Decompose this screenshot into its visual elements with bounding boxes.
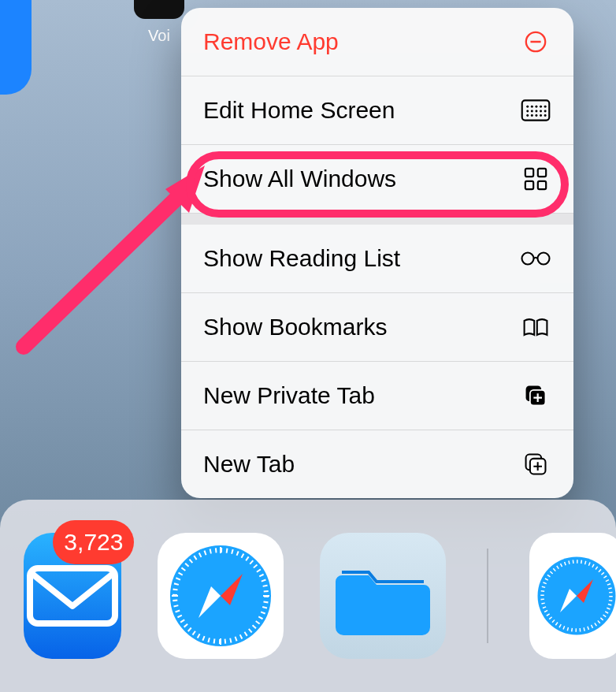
- svg-rect-34: [30, 568, 115, 623]
- glasses-icon: [520, 246, 551, 271]
- mail-badge: 3,723: [53, 520, 134, 564]
- dock-app-safari[interactable]: [158, 533, 284, 659]
- svg-point-13: [526, 114, 529, 117]
- menu-remove-app[interactable]: Remove App: [181, 8, 573, 76]
- dock: 3,723: [0, 500, 616, 692]
- safari-context-menu: Remove App Edit Home Screen Show All Win…: [181, 8, 573, 498]
- svg-rect-21: [538, 181, 546, 189]
- svg-rect-19: [538, 169, 546, 177]
- menu-show-bookmarks-label: Show Bookmarks: [203, 314, 387, 340]
- svg-point-6: [540, 106, 542, 108]
- grid-keyboard-icon: [520, 98, 551, 123]
- svg-point-9: [531, 110, 533, 112]
- menu-new-tab[interactable]: New Tab: [181, 430, 573, 498]
- dock-recent-safari[interactable]: [529, 533, 616, 659]
- safari-icon: [158, 533, 284, 659]
- svg-point-23: [538, 253, 550, 265]
- remove-icon: [520, 29, 551, 54]
- menu-new-private-tab-label: New Private Tab: [203, 382, 375, 409]
- book-icon: [520, 314, 551, 340]
- svg-rect-20: [525, 181, 533, 189]
- dock-app-mail[interactable]: 3,723: [24, 533, 121, 659]
- voice-memos-label: Voi: [134, 27, 184, 45]
- plus-on-squares-outline-icon: [520, 452, 551, 477]
- menu-section-separator: [181, 214, 573, 225]
- svg-point-16: [540, 114, 542, 117]
- svg-point-14: [531, 114, 533, 117]
- dock-app-files[interactable]: [320, 533, 446, 659]
- voice-memos-app[interactable]: Voi: [134, 0, 184, 45]
- svg-point-3: [526, 106, 529, 108]
- dock-separator: [487, 549, 488, 643]
- svg-point-8: [526, 110, 529, 112]
- files-icon: [320, 533, 446, 659]
- menu-edit-home-label: Edit Home Screen: [203, 97, 395, 124]
- svg-point-15: [535, 114, 537, 117]
- menu-new-private-tab[interactable]: New Private Tab: [181, 362, 573, 430]
- svg-point-12: [544, 110, 547, 112]
- voice-memos-icon: [134, 0, 184, 19]
- svg-point-4: [531, 106, 533, 108]
- windows-grid-icon: [520, 166, 551, 192]
- menu-new-tab-label: New Tab: [203, 451, 295, 478]
- svg-point-7: [544, 106, 547, 108]
- menu-show-bookmarks[interactable]: Show Bookmarks: [181, 293, 573, 362]
- menu-show-all-windows-label: Show All Windows: [203, 166, 396, 192]
- menu-show-reading-list-label: Show Reading List: [203, 245, 400, 272]
- svg-point-17: [544, 114, 547, 117]
- svg-point-10: [535, 110, 537, 112]
- safari-icon: [529, 533, 616, 659]
- menu-edit-home-screen[interactable]: Edit Home Screen: [181, 76, 573, 145]
- svg-rect-18: [525, 169, 533, 177]
- plus-on-squares-filled-icon: [520, 383, 551, 408]
- menu-show-reading-list[interactable]: Show Reading List: [181, 225, 573, 293]
- svg-point-5: [535, 106, 537, 108]
- svg-point-11: [540, 110, 542, 112]
- menu-remove-app-label: Remove App: [203, 28, 339, 55]
- svg-point-22: [522, 253, 534, 265]
- app-icon-partial[interactable]: [0, 0, 32, 95]
- svg-line-33: [24, 195, 180, 347]
- menu-show-all-windows[interactable]: Show All Windows: [181, 145, 573, 214]
